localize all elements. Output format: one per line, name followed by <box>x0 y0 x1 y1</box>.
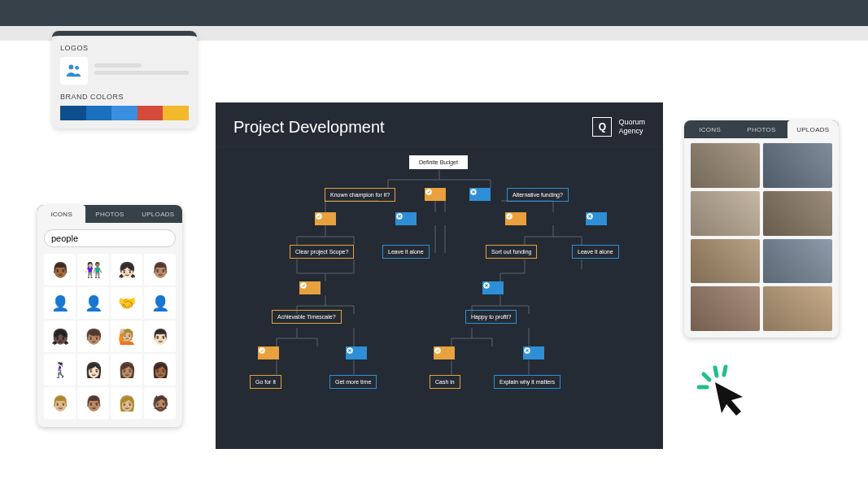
icon-item-8[interactable]: 👧🏿 <box>44 320 76 352</box>
icon-item-19[interactable]: 🧔🏽 <box>144 387 176 419</box>
node-l2b: Leave it alone <box>382 245 430 259</box>
swatch-4[interactable] <box>137 106 164 120</box>
icon-item-14[interactable]: 👩🏽 <box>111 354 142 386</box>
icon-item-0[interactable]: 👨🏾 <box>44 254 76 285</box>
brand-name: QuorumAgency <box>618 118 645 136</box>
chip-check-1 <box>425 188 446 201</box>
node-l2a: Clear project Scope? <box>290 245 354 259</box>
icon-grid: 👨🏾👩🏻‍🤝‍👨🏽👧🏻👨🏽👤👤🤝👤👧🏿👦🏽🙋🏼👨🏻🚶🏻‍♀️👩🏻👩🏽👩🏾👨🏼👨🏽… <box>37 254 182 427</box>
logo-row <box>60 57 189 85</box>
chip-check-4 <box>299 281 321 294</box>
upload-thumb-6[interactable] <box>691 286 760 331</box>
icon-item-4[interactable]: 👤 <box>44 287 76 319</box>
search-box[interactable] <box>44 229 176 247</box>
logos-label: LOGOS <box>60 44 189 52</box>
color-swatches <box>60 106 189 120</box>
icon-item-13[interactable]: 👩🏻 <box>77 354 109 386</box>
brand-lockup: Q QuorumAgency <box>592 117 645 137</box>
node-start: Definite Budget <box>409 155 468 169</box>
chip-x-4 <box>482 281 504 294</box>
svg-point-1 <box>75 66 79 70</box>
icons-tabbar: ICONS PHOTOS UPLOADS <box>37 205 182 223</box>
icon-item-17[interactable]: 👨🏽 <box>77 387 109 419</box>
chip-check-3 <box>505 212 526 225</box>
chip-check-6 <box>434 346 455 359</box>
icon-item-5[interactable]: 👤 <box>77 287 109 319</box>
icon-item-16[interactable]: 👨🏼 <box>44 387 76 419</box>
swatch-1[interactable] <box>60 106 86 120</box>
logo-placeholder-lines <box>94 63 189 78</box>
upload-thumb-1[interactable] <box>763 143 832 188</box>
icon-item-3[interactable]: 👨🏽 <box>144 254 176 285</box>
node-l2c: Sort out funding <box>486 245 537 259</box>
node-l4a: Go for it <box>250 375 281 389</box>
icon-item-6[interactable]: 🤝 <box>111 287 142 319</box>
brand-q-icon: Q <box>592 117 612 137</box>
logo-thumbnail[interactable] <box>60 57 88 85</box>
tab-uploads-2[interactable]: UPLOADS <box>787 120 839 138</box>
node-l4d: Explain why it matters <box>494 375 560 389</box>
cursor-click-icon <box>697 364 754 425</box>
diagram-title: Project Development <box>233 118 385 137</box>
chip-check-5 <box>258 346 279 359</box>
chip-x-1 <box>469 188 491 201</box>
svg-line-19 <box>724 367 726 375</box>
svg-line-17 <box>704 374 709 380</box>
upload-thumb-7[interactable] <box>763 286 832 331</box>
upload-thumb-4[interactable] <box>691 239 760 284</box>
people-icon <box>65 62 83 80</box>
upload-thumb-3[interactable] <box>763 191 832 236</box>
upload-thumb-2[interactable] <box>691 191 760 236</box>
upload-thumb-5[interactable] <box>763 239 832 284</box>
search-input[interactable] <box>51 233 164 243</box>
brand-colors-label: BRAND COLORS <box>60 93 189 101</box>
swatch-2[interactable] <box>86 106 112 120</box>
tab-icons[interactable]: ICONS <box>37 205 85 223</box>
tab-uploads[interactable]: UPLOADS <box>134 205 182 223</box>
svg-line-16 <box>715 368 717 376</box>
icon-item-11[interactable]: 👨🏻 <box>144 320 176 352</box>
tab-icons-2[interactable]: ICONS <box>684 120 735 138</box>
brand-kit-panel[interactable]: LOGOS BRAND COLORS <box>52 31 197 129</box>
svg-point-0 <box>68 64 73 69</box>
icon-item-7[interactable]: 👤 <box>144 287 176 319</box>
node-l1b: Alternative funding? <box>507 188 569 202</box>
tab-photos[interactable]: PHOTOS <box>85 205 133 223</box>
uploads-tabbar: ICONS PHOTOS UPLOADS <box>684 120 839 138</box>
chip-x-6 <box>523 346 544 359</box>
app-topbar <box>0 0 868 26</box>
chip-x-3 <box>586 212 607 225</box>
flowchart: Definite Budget Known champion for it? A… <box>216 147 663 432</box>
icon-item-10[interactable]: 🙋🏼 <box>111 320 142 352</box>
icon-item-2[interactable]: 👧🏻 <box>111 254 142 285</box>
diagram-header: Project Development Q QuorumAgency <box>216 102 663 147</box>
icon-item-12[interactable]: 🚶🏻‍♀️ <box>44 354 76 386</box>
diagram-card[interactable]: Project Development Q QuorumAgency <box>216 102 663 449</box>
node-l3a: Achievable Timescale? <box>272 310 342 324</box>
icons-panel[interactable]: ICONS PHOTOS UPLOADS 👨🏾👩🏻‍🤝‍👨🏽👧🏻👨🏽👤👤🤝👤👧🏿… <box>37 205 182 427</box>
icon-item-18[interactable]: 👩🏼 <box>111 387 142 419</box>
upload-thumb-0[interactable] <box>691 143 760 188</box>
photo-grid <box>684 138 839 331</box>
node-l2d: Leave it alone <box>572 245 619 259</box>
tab-photos-2[interactable]: PHOTOS <box>735 120 787 138</box>
icon-item-15[interactable]: 👩🏾 <box>144 354 176 386</box>
swatch-3[interactable] <box>111 106 137 120</box>
node-l4b: Get more time <box>329 375 377 389</box>
icon-item-9[interactable]: 👦🏽 <box>77 320 109 352</box>
icon-item-1[interactable]: 👩🏻‍🤝‍👨🏽 <box>77 254 109 285</box>
chip-x-5 <box>346 346 367 359</box>
chip-x-2 <box>395 212 417 225</box>
chip-check-2 <box>315 212 336 225</box>
node-l4c: Cash in <box>430 375 460 389</box>
uploads-panel[interactable]: ICONS PHOTOS UPLOADS <box>684 120 839 338</box>
node-l1a: Known champion for it? <box>325 188 395 202</box>
swatch-5[interactable] <box>163 106 189 120</box>
node-l3b: Happy to profit? <box>465 310 517 324</box>
